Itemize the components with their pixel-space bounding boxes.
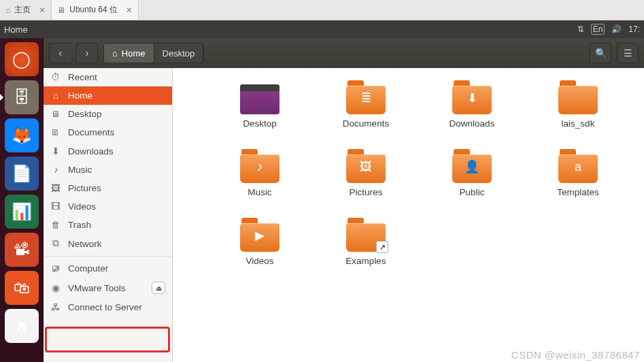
- sidebar-item-icon: 🖼: [50, 183, 61, 193]
- vmware-tab-home[interactable]: ⌂ 主页 ✕: [0, 0, 52, 20]
- file-templates[interactable]: aTemplates: [525, 148, 631, 197]
- file-downloads[interactable]: ⬇Downloads: [419, 79, 525, 129]
- file-documents[interactable]: ≣Documents: [313, 79, 419, 129]
- vmware-tab-bar: ⌂ 主页 ✕ 🖥 Ubuntu 64 位 ✕: [0, 0, 644, 20]
- pathbar-desktop[interactable]: Desktop: [154, 44, 204, 63]
- file-label: Examples: [345, 256, 386, 266]
- folder-icon: ≣: [345, 79, 387, 114]
- file-pictures[interactable]: 🖼Pictures: [313, 148, 419, 197]
- sidebar-separator: [44, 256, 172, 257]
- file-lais_sdk[interactable]: lais_sdk: [525, 79, 631, 129]
- unity-launcher: ◯ 🗄 🦊 📄 📊 📽 🛍 a: [0, 38, 44, 362]
- sidebar-item-icon: ♪: [50, 165, 61, 175]
- sidebar-item-icon: 🖧: [50, 302, 61, 312]
- folder-icon: ↗: [345, 216, 387, 252]
- sidebar-item-videos[interactable]: 🎞Videos: [44, 197, 172, 216]
- launcher-writer-icon[interactable]: 📄: [5, 157, 39, 191]
- vmware-tab-ubuntu[interactable]: 🖥 Ubuntu 64 位 ✕: [52, 0, 139, 20]
- launcher-dash-icon[interactable]: ◯: [5, 42, 39, 76]
- folder-icon: ♪: [239, 148, 281, 183]
- sidebar-item-icon: 🖥: [50, 109, 61, 119]
- pathbar-desktop-label: Desktop: [163, 48, 195, 59]
- sidebar-item-connect-to-server[interactable]: 🖧Connect to Server: [44, 298, 172, 316]
- sidebar-item-icon: ⧉: [50, 238, 61, 249]
- pathbar-home-label: Home: [122, 48, 146, 59]
- sidebar-item-home[interactable]: ⌂Home: [44, 86, 172, 105]
- file-label: Music: [248, 187, 271, 197]
- places-sidebar: ⏱Recent⌂Home🖥Desktop🗎Documents⬇Downloads…: [44, 68, 173, 362]
- folder-icon: 👤: [451, 148, 493, 183]
- ubuntu-menubar: Home ⇅ En 🔊 17:: [0, 20, 644, 38]
- sidebar-item-icon: ◉: [50, 282, 61, 293]
- launcher-software-icon[interactable]: 🛍: [5, 271, 39, 305]
- file-videos[interactable]: ▶Videos: [207, 216, 313, 266]
- folder-icon: 🖼: [345, 148, 387, 183]
- search-button[interactable]: 🔍: [590, 43, 611, 63]
- eject-button[interactable]: ⏏: [152, 282, 165, 294]
- vmware-tab-ubuntu-label: Ubuntu 64 位: [69, 4, 118, 16]
- network-indicator-icon[interactable]: ⇅: [577, 24, 584, 34]
- volume-indicator-icon[interactable]: 🔊: [611, 24, 622, 34]
- menubar-app-title: Home: [4, 24, 28, 35]
- file-manager-window: ‹ › ⌂ Home Desktop 🔍 ☰ ⏱Recent⌂Home�: [44, 38, 644, 362]
- home-icon: ⌂: [112, 48, 118, 59]
- file-label: Downloads: [450, 118, 495, 129]
- close-icon[interactable]: ✕: [126, 5, 133, 15]
- icon-view[interactable]: Desktop≣Documents⬇Downloadslais_sdk♪Musi…: [173, 68, 644, 362]
- file-label: Desktop: [243, 118, 277, 129]
- view-options-button[interactable]: ☰: [617, 43, 639, 63]
- sidebar-item-icon: 🗎: [50, 127, 61, 137]
- sidebar-item-label: Network: [68, 239, 102, 249]
- watermark: CSDN @weixin_38786847: [511, 349, 640, 361]
- sidebar-item-label: VMware Tools: [68, 283, 126, 293]
- pathbar-home[interactable]: ⌂ Home: [104, 44, 154, 63]
- search-icon: 🔍: [595, 48, 607, 59]
- file-label: Templates: [557, 187, 599, 197]
- pathbar: ⌂ Home Desktop: [103, 43, 204, 63]
- file-music[interactable]: ♪Music: [207, 148, 313, 197]
- home-icon: ⌂: [5, 5, 10, 15]
- sidebar-item-label: Pictures: [68, 183, 101, 193]
- file-label: Pictures: [350, 187, 383, 197]
- nav-back-button[interactable]: ‹: [49, 43, 71, 63]
- launcher-amazon-icon[interactable]: a: [5, 309, 39, 343]
- sidebar-item-network[interactable]: ⧉Network: [44, 234, 172, 253]
- file-manager-toolbar: ‹ › ⌂ Home Desktop 🔍 ☰: [44, 38, 644, 68]
- shortcut-overlay-icon: ↗: [376, 241, 388, 253]
- sidebar-item-desktop[interactable]: 🖥Desktop: [44, 105, 172, 123]
- sidebar-item-label: Documents: [68, 127, 114, 137]
- sidebar-item-recent[interactable]: ⏱Recent: [44, 68, 172, 86]
- file-public[interactable]: 👤Public: [419, 148, 525, 197]
- clock[interactable]: 17:: [628, 24, 640, 34]
- sidebar-item-icon: ⏱: [50, 72, 61, 82]
- sidebar-item-icon: ⌂: [50, 90, 61, 101]
- launcher-firefox-icon[interactable]: 🦊: [5, 118, 39, 152]
- sidebar-item-vmware-tools[interactable]: ◉VMware Tools⏏: [44, 278, 172, 298]
- sidebar-item-trash[interactable]: 🗑Trash: [44, 216, 172, 234]
- sidebar-item-label: Desktop: [68, 109, 102, 119]
- sidebar-item-downloads[interactable]: ⬇Downloads: [44, 142, 172, 161]
- nav-forward-button[interactable]: ›: [76, 43, 98, 63]
- annotation-highlight: [45, 327, 170, 352]
- sidebar-item-documents[interactable]: 🗎Documents: [44, 123, 172, 142]
- sidebar-item-icon: 🎞: [50, 201, 61, 212]
- sidebar-item-label: Music: [68, 165, 92, 175]
- vm-icon: 🖥: [57, 5, 65, 15]
- folder-icon: a: [557, 148, 599, 183]
- launcher-impress-icon[interactable]: 📽: [5, 233, 39, 267]
- hamburger-icon: ☰: [624, 48, 632, 59]
- file-examples[interactable]: ↗Examples: [313, 216, 419, 266]
- sidebar-item-label: Connect to Server: [68, 302, 142, 312]
- sidebar-item-music[interactable]: ♪Music: [44, 161, 172, 179]
- folder-icon: ⬇: [451, 79, 493, 114]
- language-indicator[interactable]: En: [591, 24, 605, 35]
- close-icon[interactable]: ✕: [39, 5, 46, 15]
- file-desktop[interactable]: Desktop: [207, 79, 313, 129]
- sidebar-item-computer[interactable]: 🖳Computer: [44, 259, 172, 278]
- folder-icon: ▶: [239, 216, 281, 252]
- sidebar-item-icon: 🗑: [50, 220, 61, 230]
- sidebar-item-label: Home: [68, 90, 92, 101]
- launcher-calc-icon[interactable]: 📊: [5, 195, 39, 229]
- sidebar-item-pictures[interactable]: 🖼Pictures: [44, 179, 172, 197]
- launcher-files-icon[interactable]: 🗄: [5, 80, 39, 114]
